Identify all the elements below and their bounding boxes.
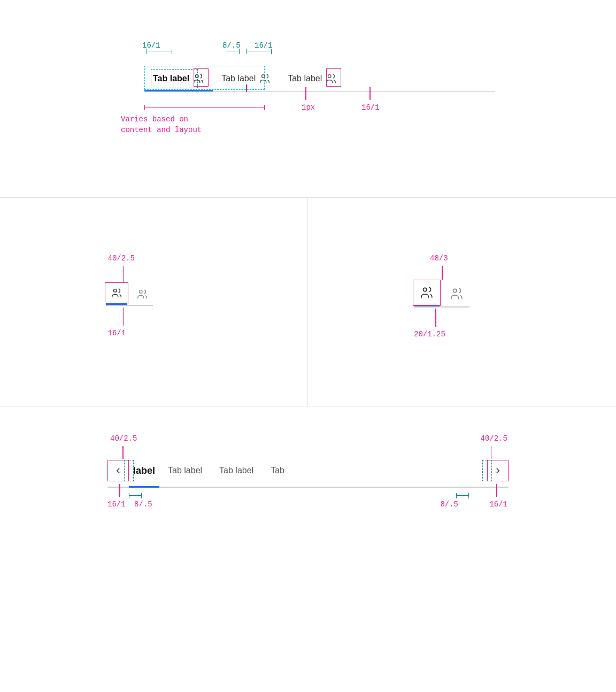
- ml-vline: [123, 266, 124, 282]
- dashed-highlight-tab1: [151, 69, 198, 88]
- people-icon-ml-inactive: [136, 288, 148, 300]
- active-bar-1: [144, 90, 213, 91]
- ml-tab-bar: [106, 283, 153, 306]
- tab-label-2: Tab label: [221, 74, 256, 83]
- 1px-indicator: [246, 84, 247, 92]
- tab-item-3[interactable]: Tab label: [279, 66, 345, 91]
- pink-box-icon1: [194, 68, 209, 87]
- chevron-right-icon: [493, 466, 503, 475]
- mr-inactive-icon-tab[interactable]: [444, 281, 469, 306]
- bl-vline: [122, 446, 124, 459]
- ml-inactive-icon-tab[interactable]: [132, 283, 153, 305]
- mr-vline: [442, 266, 443, 280]
- bl-8-line: [129, 495, 142, 496]
- dashed-right-inner: [482, 460, 492, 481]
- scroll-tab-4-label: Tab: [271, 466, 284, 475]
- pink-box-mr: [413, 280, 441, 306]
- middle-right-diagram: 48/3: [409, 249, 515, 356]
- br-size-label: 40/2.5: [481, 434, 507, 443]
- scroll-tab-bar: label Tab label Tab label Tab: [107, 460, 509, 488]
- bl-bottom-label-8: 8/.5: [134, 500, 152, 509]
- scroll-tab-4[interactable]: Tab: [262, 460, 487, 481]
- tab-item-1[interactable]: Tab label: [144, 66, 213, 91]
- mr-bottom-vline: [435, 309, 436, 327]
- svg-point-1: [262, 74, 265, 78]
- scroll-tab-first[interactable]: label: [129, 460, 159, 481]
- section-bottom: 40/2.5 40/2.5 label: [0, 406, 616, 556]
- pink-box-ml: [105, 282, 128, 304]
- section-middle-left: 40/2.5: [0, 198, 308, 406]
- br-8-line: [456, 495, 469, 496]
- section-top: 16/1 8/.5 16/1 Tab label: [0, 0, 616, 198]
- scroll-tab-2[interactable]: Tab label: [159, 460, 211, 481]
- tab-item-2[interactable]: Tab label: [213, 66, 279, 91]
- mr-bottom-label: 20/1.25: [414, 330, 445, 339]
- bl-16-vline: [119, 484, 120, 497]
- svg-point-4: [139, 290, 142, 293]
- measure-label-16-1-right: 16/1: [255, 41, 273, 50]
- mr-size-label: 48/3: [430, 254, 448, 263]
- section-middle-right: 48/3: [308, 198, 616, 406]
- scroll-right-wrapper: [487, 460, 509, 487]
- scroll-tab-2-label: Tab label: [168, 466, 202, 475]
- measure-label-8-.5: 8/.5: [222, 41, 241, 50]
- scroll-tab-first-label: label: [133, 465, 155, 476]
- br-bottom-label-16: 16/1: [489, 500, 507, 509]
- pink-box-icon3: [326, 68, 341, 87]
- svg-point-6: [453, 289, 457, 293]
- people-icon-mr-inactive: [450, 287, 464, 301]
- measure-label-16-1-left: 16/1: [142, 41, 160, 50]
- tab-label-3: Tab label: [288, 74, 322, 83]
- annotation-1px: 1px: [302, 103, 315, 112]
- ml-bottom-label: 16/1: [108, 329, 126, 337]
- varies-line1: Varies based on: [121, 115, 202, 124]
- bl-size-label: 40/2.5: [110, 434, 137, 443]
- measure-line-8: [227, 51, 240, 51]
- measure-line-16-right: [246, 51, 272, 51]
- varies-measure-line: [144, 107, 265, 107]
- measure-line-16-left: [147, 51, 172, 51]
- ml-size-label: 40/2.5: [108, 254, 135, 263]
- 1px-vline: [305, 87, 306, 100]
- br-16-vline: [496, 484, 497, 497]
- annotation-16-1-right: 16/1: [361, 103, 380, 112]
- bl-bottom-label-16: 16/1: [107, 500, 126, 509]
- tab-bar-top: Tab label Tab lab: [144, 66, 495, 92]
- chevron-left-icon: [113, 466, 123, 475]
- mr-active-icon-tab[interactable]: [414, 281, 440, 306]
- ml-bottom-vline: [123, 307, 124, 326]
- scroll-tab-3-label: Tab label: [219, 466, 253, 475]
- ml-active-icon-tab[interactable]: [106, 283, 127, 305]
- br-bottom-label-8: 8/.5: [440, 500, 458, 509]
- scroll-active-bar: [129, 486, 159, 488]
- middle-left-diagram: 40/2.5: [101, 249, 207, 356]
- varies-line2: content and layout: [121, 126, 202, 134]
- bottom-diagram: 40/2.5 40/2.5 label: [107, 428, 509, 545]
- scroll-tab-3[interactable]: Tab label: [211, 460, 262, 481]
- br-vline: [491, 446, 492, 459]
- people-icon-2: [259, 73, 271, 84]
- top-diagram: 16/1 8/.5 16/1 Tab label: [121, 56, 495, 163]
- varies-annotation: Varies based on content and layout: [121, 115, 202, 132]
- scroll-left-wrapper: [107, 460, 129, 487]
- section-middle: 40/2.5: [0, 198, 616, 406]
- 16-1-vline-right: [369, 87, 371, 100]
- mr-tab-bar: [414, 281, 469, 307]
